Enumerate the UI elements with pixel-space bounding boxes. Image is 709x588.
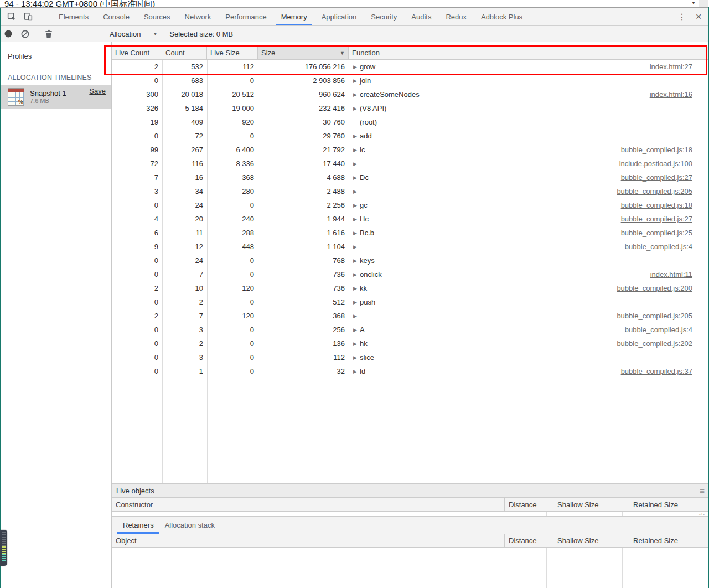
table-row[interactable]: 1940992030 760(root) xyxy=(112,115,709,129)
table-row[interactable]: 3342802 488▶bubble_compiled.js:205 xyxy=(112,184,709,198)
table-row[interactable]: 070736▶onclickindex.html:11 xyxy=(112,267,709,281)
table-row[interactable]: 01032▶ldbubble_compiled.js:37 xyxy=(112,364,709,378)
source-link[interactable]: bubble_compiled.js:205 xyxy=(617,187,705,195)
tab-elements[interactable]: Elements xyxy=(51,8,96,25)
save-snapshot-link[interactable]: Save xyxy=(89,87,106,95)
tab-allocation-stack[interactable]: Allocation stack xyxy=(159,517,220,534)
expand-arrow-icon[interactable]: ▶ xyxy=(353,230,360,236)
menu-icon[interactable]: ≡ xyxy=(700,487,705,495)
table-row[interactable]: 721168 33617 440▶include.postload.js:100 xyxy=(112,157,709,171)
expand-arrow-icon[interactable]: ▶ xyxy=(353,189,360,194)
resize-handle-icon[interactable]: -+- xyxy=(699,512,705,517)
expand-arrow-icon[interactable]: ▶ xyxy=(353,106,360,111)
column-header-retained-size[interactable]: Retained Size xyxy=(629,498,709,511)
close-devtools-icon[interactable]: ✕ xyxy=(690,8,707,25)
table-row[interactable]: 27120368▶bubble_compiled.js:205 xyxy=(112,309,709,323)
table-row[interactable]: 030112▶slice xyxy=(112,350,709,364)
column-header-live-size[interactable]: Live Size xyxy=(207,47,258,59)
expand-arrow-icon[interactable]: ▶ xyxy=(353,161,360,167)
clear-profiles-icon[interactable] xyxy=(17,26,33,42)
expand-arrow-icon[interactable]: ▶ xyxy=(353,369,360,374)
expand-arrow-icon[interactable]: ▶ xyxy=(353,133,360,139)
more-options-icon[interactable]: ⋮ xyxy=(674,8,690,25)
table-row[interactable]: 2532112176 056 216▶growindex.html:27 xyxy=(112,60,709,74)
column-header-count[interactable]: Count xyxy=(162,47,207,59)
tab-performance[interactable]: Performance xyxy=(218,8,273,25)
tab-application[interactable]: Application xyxy=(314,8,364,25)
table-row[interactable]: 30020 01820 512960 624▶createSomeNodesin… xyxy=(112,87,709,101)
expand-arrow-icon[interactable]: ▶ xyxy=(353,64,360,70)
table-row[interactable]: 02402 256▶gcbubble_compiled.js:18 xyxy=(112,198,709,212)
expand-arrow-icon[interactable]: ▶ xyxy=(353,78,360,84)
expand-arrow-icon[interactable]: ▶ xyxy=(353,272,360,277)
source-link[interactable]: bubble_compiled.js:25 xyxy=(621,229,705,237)
table-row[interactable]: 072029 760▶add xyxy=(112,129,709,143)
table-row[interactable]: 068302 903 856▶join xyxy=(112,74,709,87)
column-header-constructor[interactable]: Constructor xyxy=(112,498,504,511)
column-header-shallow-size[interactable]: Shallow Size xyxy=(553,534,629,547)
table-row[interactable]: 210120736▶kkbubble_compiled.js:200 xyxy=(112,281,709,295)
column-header-distance[interactable]: Distance xyxy=(504,534,553,547)
source-link[interactable]: index.html:16 xyxy=(650,90,705,99)
expand-arrow-icon[interactable]: ▶ xyxy=(353,313,360,319)
table-row[interactable]: 020512▶push xyxy=(112,295,709,309)
delete-profile-icon[interactable] xyxy=(40,26,57,42)
tab-console[interactable]: Console xyxy=(96,8,137,25)
expand-arrow-icon[interactable]: ▶ xyxy=(353,327,360,333)
tab-network[interactable]: Network xyxy=(178,8,219,25)
source-link[interactable]: index.html:27 xyxy=(650,63,705,71)
tab-redux[interactable]: Redux xyxy=(438,8,474,25)
source-link[interactable]: bubble_compiled.js:27 xyxy=(621,215,705,223)
expand-arrow-icon[interactable]: ▶ xyxy=(353,355,360,360)
inspect-element-icon[interactable] xyxy=(3,8,20,25)
table-row[interactable]: 3265 18419 000232 416▶(V8 API) xyxy=(112,101,709,115)
page-scrollbar-arrow-icon[interactable]: ▼ xyxy=(691,1,696,6)
expand-arrow-icon[interactable]: ▶ xyxy=(353,244,360,250)
source-link[interactable]: bubble_compiled.js:200 xyxy=(617,284,705,292)
table-row[interactable]: 020136▶hkbubble_compiled.js:202 xyxy=(112,337,709,350)
profile-type-select[interactable]: Allocation ▼ xyxy=(110,30,157,38)
source-link[interactable]: bubble_compiled.js:27 xyxy=(621,173,705,182)
side-panel-grip[interactable] xyxy=(0,530,7,566)
expand-arrow-icon[interactable]: ▶ xyxy=(353,258,360,264)
table-row[interactable]: 6112881 616▶Bc.bbubble_compiled.js:25 xyxy=(112,226,709,240)
source-link[interactable]: bubble_compiled.js:4 xyxy=(625,243,705,251)
column-header-distance[interactable]: Distance xyxy=(504,498,553,511)
expand-arrow-icon[interactable]: ▶ xyxy=(353,216,360,222)
table-row[interactable]: 4202401 944▶Hcbubble_compiled.js:27 xyxy=(112,212,709,226)
sidebar-item-snapshot-1[interactable]: % Snapshot 1 7.6 MB Save xyxy=(0,85,111,109)
column-header-retained-size[interactable]: Retained Size xyxy=(629,534,709,547)
table-row[interactable]: 030256▶Abubble_compiled.js:4 xyxy=(112,323,709,337)
source-link[interactable]: index.html:11 xyxy=(650,270,705,278)
source-link[interactable]: bubble_compiled.js:202 xyxy=(617,339,705,348)
expand-arrow-icon[interactable]: ▶ xyxy=(353,300,360,305)
table-row[interactable]: 992676 40021 792▶icbubble_compiled.js:18 xyxy=(112,143,709,157)
table-row[interactable]: 0240768▶keys xyxy=(112,254,709,267)
column-header-function[interactable]: Function xyxy=(349,47,709,59)
column-header-object[interactable]: Object xyxy=(112,534,504,547)
source-link[interactable]: bubble_compiled.js:37 xyxy=(621,367,705,375)
tab-memory[interactable]: Memory xyxy=(274,8,314,25)
source-link[interactable]: include.postload.js:100 xyxy=(619,159,705,168)
column-header-size[interactable]: Size ▼ xyxy=(258,47,349,59)
column-header-live-count[interactable]: Live Count xyxy=(112,47,162,59)
table-row[interactable]: 9124481 104▶bubble_compiled.js:4 xyxy=(112,240,709,254)
expand-arrow-icon[interactable]: ▶ xyxy=(353,203,360,208)
source-link[interactable]: bubble_compiled.js:18 xyxy=(621,201,705,209)
device-toolbar-icon[interactable] xyxy=(20,8,37,25)
expand-arrow-icon[interactable]: ▶ xyxy=(353,286,360,291)
tab-security[interactable]: Security xyxy=(364,8,404,25)
table-row[interactable]: 7163684 688▶Dcbubble_compiled.js:27 xyxy=(112,171,709,184)
expand-arrow-icon[interactable]: ▶ xyxy=(353,175,360,180)
tab-adblock-plus[interactable]: Adblock Plus xyxy=(474,8,530,25)
record-heap-icon[interactable] xyxy=(0,26,17,42)
tab-sources[interactable]: Sources xyxy=(137,8,178,25)
source-link[interactable]: bubble_compiled.js:18 xyxy=(621,146,705,154)
column-header-shallow-size[interactable]: Shallow Size xyxy=(553,498,629,511)
page-scrollbar[interactable] xyxy=(699,0,708,7)
expand-arrow-icon[interactable]: ▶ xyxy=(353,147,360,153)
source-link[interactable]: bubble_compiled.js:205 xyxy=(617,312,705,320)
expand-arrow-icon[interactable]: ▶ xyxy=(353,92,360,97)
expand-arrow-icon[interactable]: ▶ xyxy=(353,341,360,347)
tab-retainers[interactable]: Retainers xyxy=(117,517,159,534)
